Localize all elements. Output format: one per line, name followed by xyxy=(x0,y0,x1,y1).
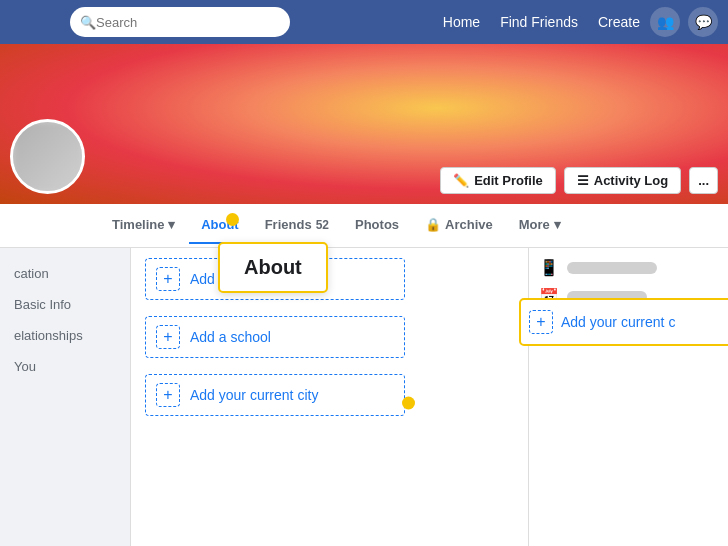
sidebar-basic-info-label: Basic Info xyxy=(14,297,71,312)
about-tab-dot xyxy=(226,213,239,226)
tab-photos-label: Photos xyxy=(355,217,399,232)
avatar-image xyxy=(13,122,82,191)
about-tooltip-container: About xyxy=(218,238,328,293)
search-input[interactable] xyxy=(96,15,280,30)
nav-find-friends[interactable]: Find Friends xyxy=(500,14,578,30)
more-dots-button[interactable]: ... xyxy=(689,167,718,194)
pencil-icon: ✏️ xyxy=(453,173,469,188)
city-right-tooltip: + Add your current c xyxy=(519,298,728,346)
tab-photos[interactable]: Photos xyxy=(343,207,411,244)
right-panel-text-1 xyxy=(567,262,657,274)
add-city-container: + Add your current city xyxy=(145,374,405,432)
edit-profile-button[interactable]: ✏️ Edit Profile xyxy=(440,167,556,194)
phone-icon: 📱 xyxy=(539,258,559,277)
nav-icons: 👥 💬 xyxy=(650,7,718,37)
activity-log-button[interactable]: ☰ Activity Log xyxy=(564,167,681,194)
search-icon: 🔍 xyxy=(80,15,96,30)
city-right-tooltip-add-icon: + xyxy=(529,310,553,334)
add-workplace-icon: + xyxy=(156,267,180,291)
sidebar-item-you[interactable]: You xyxy=(0,351,130,382)
nav-home[interactable]: Home xyxy=(443,14,480,30)
main-content: cation Basic Info elationships You + Add… xyxy=(0,248,728,546)
sidebar-you-label: You xyxy=(14,359,36,374)
cover-actions: ✏️ Edit Profile ☰ Activity Log ... xyxy=(440,167,718,194)
add-school-icon: + xyxy=(156,325,180,349)
city-right-tooltip-text: Add your current c xyxy=(561,314,675,330)
lock-icon: 🔒 xyxy=(425,217,441,232)
edit-profile-label: Edit Profile xyxy=(474,173,543,188)
nav-create[interactable]: Create xyxy=(598,14,640,30)
content-area: + Add a workplace + Add a school + Add y… xyxy=(130,248,528,546)
cover-photo-area: ✏️ Edit Profile ☰ Activity Log ... xyxy=(0,44,728,204)
search-bar[interactable]: 🔍 xyxy=(70,7,290,37)
profile-tabs: Timeline ▾ About Friends 52 Photos 🔒 Arc… xyxy=(0,204,728,248)
activity-log-label: Activity Log xyxy=(594,173,668,188)
sidebar-item-location[interactable]: cation xyxy=(0,258,130,289)
tab-archive-label: Archive xyxy=(445,217,493,232)
avatar xyxy=(10,119,85,194)
messenger-icon-btn[interactable]: 💬 xyxy=(688,7,718,37)
city-row-dot xyxy=(402,397,415,410)
friends-icon-btn[interactable]: 👥 xyxy=(650,7,680,37)
add-school-label: Add a school xyxy=(190,329,271,345)
tab-more-label: More xyxy=(519,217,550,232)
add-school-row[interactable]: + Add a school xyxy=(145,316,405,358)
tab-timeline[interactable]: Timeline ▾ xyxy=(100,207,187,244)
tab-more[interactable]: More ▾ xyxy=(507,207,573,244)
list-icon: ☰ xyxy=(577,173,589,188)
sidebar-relationships-label: elationships xyxy=(14,328,83,343)
nav-links: Home Find Friends Create xyxy=(443,14,640,30)
add-city-icon: + xyxy=(156,383,180,407)
sidebar-item-relationships[interactable]: elationships xyxy=(0,320,130,351)
top-nav: 🔍 Home Find Friends Create 👥 💬 xyxy=(0,0,728,44)
add-city-label: Add your current city xyxy=(190,387,318,403)
tab-archive[interactable]: 🔒 Archive xyxy=(413,207,505,244)
tab-friends-label: Friends xyxy=(265,217,312,232)
add-city-row[interactable]: + Add your current city xyxy=(145,374,405,416)
sidebar: cation Basic Info elationships You xyxy=(0,248,130,546)
sidebar-item-basic-info[interactable]: Basic Info xyxy=(0,289,130,320)
right-panel: 📱 📅 + Add your current c xyxy=(528,248,728,546)
tab-timeline-label: Timeline ▾ xyxy=(112,217,175,232)
right-panel-item-1: 📱 xyxy=(539,258,718,277)
tab-more-arrow: ▾ xyxy=(554,217,561,232)
tab-friends-badge: 52 xyxy=(316,218,329,232)
more-dots-label: ... xyxy=(698,173,709,188)
about-tooltip-box: About xyxy=(218,242,328,293)
about-tooltip-text: About xyxy=(244,256,302,278)
sidebar-location-label: cation xyxy=(14,266,49,281)
